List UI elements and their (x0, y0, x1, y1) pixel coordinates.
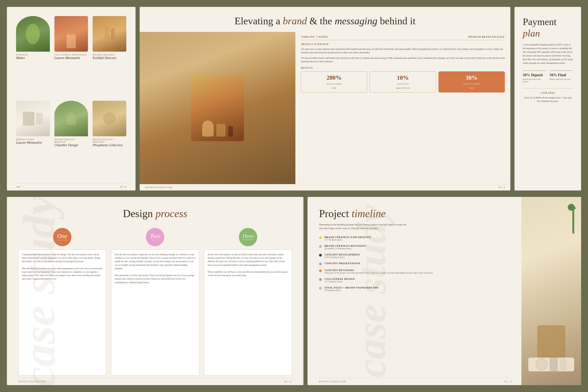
item-5-title: Concept Revisions (325, 269, 433, 272)
timeline-footer-url: ROWEN-STUDIO.COM (319, 380, 346, 383)
step-one-number: One (57, 233, 67, 239)
final-section: 50% Final Before final files are sent (550, 70, 573, 82)
portfolio-card: Website Maker Collateral Materials Laure… (7, 7, 136, 190)
design-process-card: case study Design process One Discover C… (7, 197, 304, 385)
portfolio-label-4: Brand Story (16, 138, 50, 141)
step-one-badge: One Discover (53, 228, 71, 246)
item-7-sub: (5 business days) (325, 289, 379, 292)
timeline-header-row: Timeline: 7 Weeks Premium Brand Package (301, 36, 505, 40)
step-one-label-badge: Discover (57, 239, 68, 241)
item-5-sub: (This part of the project can take anywh… (325, 272, 433, 274)
dot-2 (319, 245, 322, 248)
item-6-sub: (3-7 business days) (325, 280, 355, 283)
timeline-item-6: Collateral Design (3-7 business days) (319, 278, 512, 283)
result-label-1: increase in organictraffic (326, 82, 342, 89)
overview-text-2: We also provided creative and brand voic… (301, 56, 505, 63)
item-3-sub: (10-15 business days) (325, 256, 360, 258)
dot-4 (319, 262, 322, 265)
step-two-label-badge: Create (151, 239, 159, 241)
elevating-title-section: Elevating a brand & the messaging behind… (140, 7, 510, 32)
timeline-title: Project timeline (319, 208, 512, 220)
portfolio-label-5: Brand Design / Website (55, 138, 88, 143)
deposit-pct: 50% Deposit (523, 73, 546, 77)
step-two-content: Once the discovery phase is approved, we… (111, 250, 199, 376)
late-fees-title: Late Fees (523, 92, 573, 94)
step-implement: Three Implement At the close of the proj… (204, 228, 292, 376)
timeline-footer-page: PG. 13 (504, 380, 512, 383)
late-fees-section: Late Fees A late fee of $100 will be cha… (523, 88, 573, 103)
result-box-1: 280% increase in organictraffic (301, 72, 367, 92)
step-three-content: At the close of the project, we pick an … (204, 250, 292, 376)
step-two-text: Once the discovery phase is approved, we… (115, 253, 195, 284)
results-row: 280% increase in organictraffic 10% grow… (301, 72, 505, 92)
result-box-2: 10% growth rate inorganic followers (370, 72, 436, 92)
dot-1 (319, 236, 322, 239)
package-label: Premium Brand Package (468, 36, 505, 38)
timeline-item-5: Concept Revisions (This part of the proj… (319, 269, 512, 274)
portfolio-label-2: Collateral Materials (55, 54, 88, 56)
step-discover: One Discover Congratulations! You've dec… (18, 228, 106, 376)
step-three-label-badge: Implement (242, 239, 254, 240)
deposit-label: Before the start of the project (523, 78, 546, 82)
dot-7 (319, 287, 322, 290)
item-6-title: Collateral Design (325, 278, 355, 280)
elevating-main-content: Timeline: 7 Weeks Premium Brand Package … (140, 32, 510, 184)
item-3-title: Concept Development (325, 254, 360, 256)
dot-3 (319, 254, 322, 256)
step-three-badge: Three Implement (239, 228, 257, 246)
portfolio-grid: Website Maker Collateral Materials Laure… (16, 16, 126, 181)
step-two-number: Two (150, 233, 160, 239)
result-box-3: 30% increase in qualifiedleads (438, 72, 505, 92)
portfolio-name-4: Lauren Minimalist (16, 141, 50, 144)
portfolio-name-6: Phosphene Collective (93, 143, 126, 147)
result-label-3: increase in qualifiedleads (463, 82, 480, 89)
elevating-card: Elevating a brand & the messaging behind… (140, 7, 510, 190)
payment-split-row: 50% Deposit Before the start of the proj… (523, 70, 573, 82)
payment-description: A non-refundable branding deposit of 50%… (523, 43, 573, 65)
timeline-item-1: Brand Strategy Exploration (5-7 business… (319, 236, 512, 241)
item-4-title: Concept Presentation (325, 262, 360, 264)
step-two-badge: Two Create (146, 228, 164, 246)
timeline-items-list: Brand Strategy Exploration (5-7 business… (319, 236, 512, 378)
portfolio-page-num: PG. 8 (120, 186, 126, 188)
portfolio-name-3: Faithful Skincare (93, 56, 126, 60)
design-process-footer: ROWEN-STUDIO.COM PG. 12 (18, 378, 292, 385)
portfolio-label-6: Brand Design / Imagery (93, 138, 126, 143)
portfolio-label-3: Brand Imagery (93, 54, 126, 56)
item-2-title: Brand Strategy Revisions (325, 245, 366, 247)
item-7-title: Final Files + Brand Standards PDF (325, 286, 379, 289)
timeline-label: Timeline: 7 Weeks (301, 36, 328, 38)
result-pct-1: 280% (303, 74, 365, 81)
payment-card: Payment plan A non-refundable branding d… (514, 7, 581, 190)
portfolio-item-6: Brand Design / Imagery Phosphene Collect… (93, 101, 126, 181)
item-2-sub: (if needed 1-2 business days) (325, 247, 366, 250)
dot-6 (319, 278, 322, 281)
step-create: Two Create Once the discovery phase is a… (111, 228, 199, 376)
elevating-main-title: Elevating a brand & the messaging behind… (151, 15, 499, 27)
item-1-sub: (5-7 business days) (325, 238, 371, 241)
portfolio-item-3: Brand Imagery Faithful Skincare (93, 16, 126, 96)
step-three-text: At the close of the project, we pick an … (208, 253, 288, 277)
portfolio-item-4: Brand Story Lauren Minimalist (16, 101, 50, 181)
deposit-section: 50% Deposit Before the start of the proj… (523, 70, 546, 82)
elevating-info-section: Timeline: 7 Weeks Premium Brand Package … (296, 32, 510, 184)
timeline-item-2: Brand Strategy Revisions (if needed 1-2 … (319, 245, 512, 250)
overview-section: Project Overview Our goal was to create … (301, 43, 505, 63)
timeline-photo-decoration (521, 197, 581, 385)
late-fees-text: A late fee of $100 will be charged every… (523, 96, 573, 103)
design-process-footer-url: ROWEN-STUDIO.COM (18, 380, 46, 383)
timeline-item-3: Concept Development (10-15 business days… (319, 254, 512, 258)
timeline-card: case study Project timeline Depending on… (308, 197, 581, 385)
step-three-number: Three (242, 234, 254, 239)
design-process-footer-page: PG. 12 (284, 380, 292, 383)
final-pct: 50% Final (550, 73, 573, 77)
timeline-intro-text: Depending on the branding package that y… (319, 223, 406, 230)
portfolio-footer-left: OM (16, 186, 20, 188)
elevating-photo-area (140, 32, 296, 184)
step-one-content: Congratulations! You've decided to take … (18, 250, 106, 376)
item-1-title: Brand Strategy Exploration (325, 236, 371, 238)
timeline-item-7: Final Files + Brand Standards PDF (5 bus… (319, 286, 512, 292)
step-one-text: Congratulations! You've decided to take … (22, 253, 103, 281)
timeline-item-4: Concept Presentation (319, 262, 512, 265)
portfolio-item-5: Brand Design / Website Chandler Design (55, 101, 88, 181)
